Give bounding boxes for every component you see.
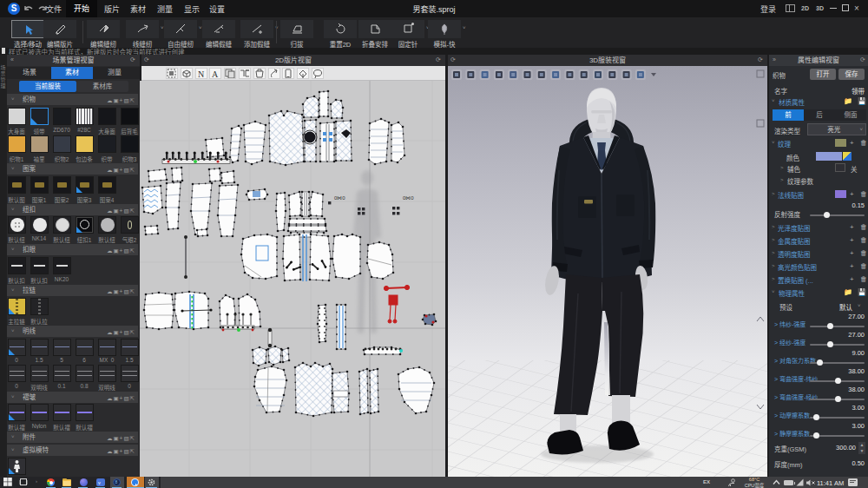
svg-text:0⋈0: 0⋈0: [334, 195, 345, 201]
svg-text:A: A: [212, 69, 219, 79]
svg-text:0⋈0: 0⋈0: [403, 195, 414, 201]
svg-text:N: N: [198, 69, 204, 79]
